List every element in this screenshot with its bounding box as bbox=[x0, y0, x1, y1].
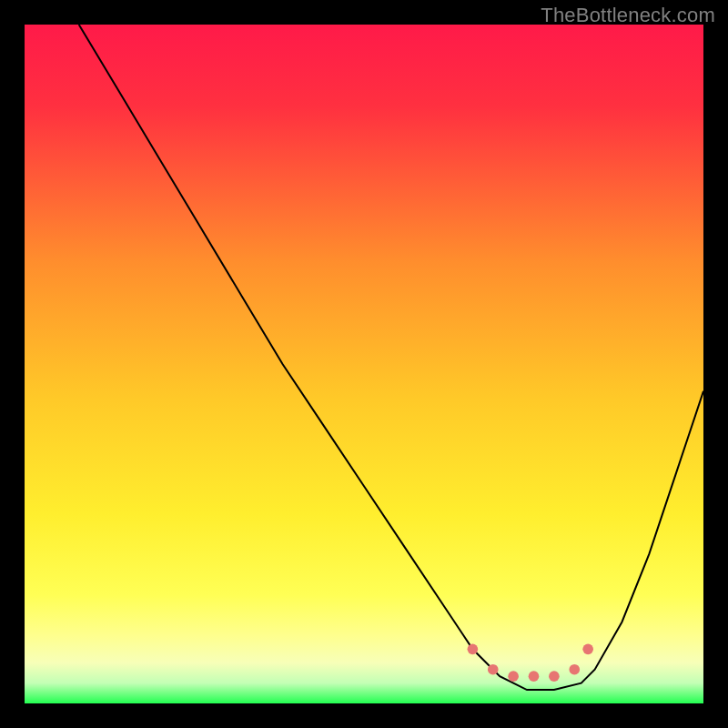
sweet-spot-marker bbox=[468, 644, 479, 655]
gradient-background bbox=[25, 25, 703, 703]
sweet-spot-marker bbox=[582, 644, 593, 655]
sweet-spot-marker bbox=[569, 664, 580, 675]
sweet-spot-marker bbox=[488, 664, 499, 675]
sweet-spot-marker bbox=[529, 671, 540, 682]
watermark-text: TheBottleneck.com bbox=[541, 4, 715, 27]
chart-frame: TheBottleneck.com bbox=[0, 0, 728, 728]
chart-plot bbox=[25, 25, 703, 703]
sweet-spot-marker bbox=[549, 671, 560, 682]
sweet-spot-marker bbox=[508, 671, 519, 682]
